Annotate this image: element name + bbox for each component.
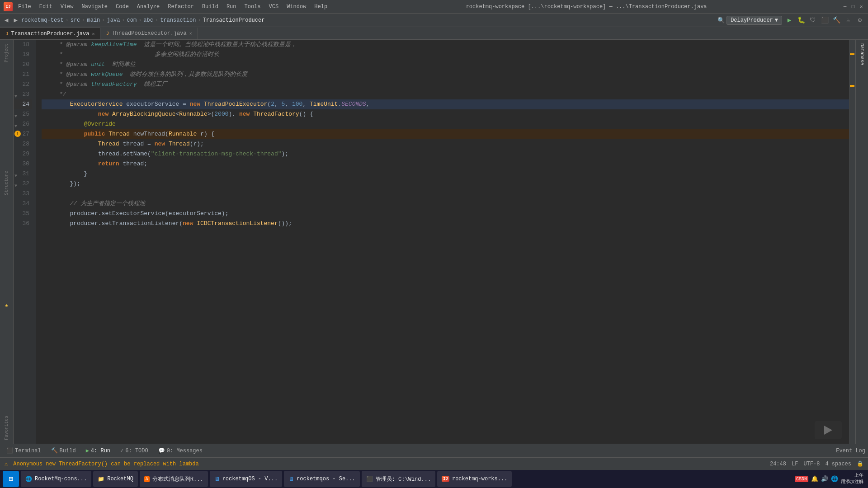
database-panel-button[interactable]: Database xyxy=(859,42,865,67)
breadcrumb: rocketmq-test › src › main › java › com … xyxy=(21,17,265,23)
code-container[interactable]: 18 19 20 21 22 ▼23 24 ▼25 ▼26 ! 27 28 29… xyxy=(14,40,855,444)
line-22: 22 xyxy=(14,80,32,89)
menu-help[interactable]: Help xyxy=(311,3,331,11)
breadcrumb-abc[interactable]: abc xyxy=(143,17,153,23)
code-area[interactable]: * @param keepAliveTime 这是一个时间。当线程池中线程数量大… xyxy=(36,40,849,444)
breadcrumb-class[interactable]: TransactionProducer xyxy=(203,17,265,23)
taskbar-app3[interactable]: A 分布式消息队列R... xyxy=(140,471,208,487)
tray-csdn-icon[interactable]: CSDN xyxy=(795,476,808,482)
sidebar-item-project[interactable]: Project xyxy=(3,42,10,64)
todo-label: 6: TODO xyxy=(125,448,148,454)
menu-file[interactable]: File xyxy=(14,3,35,11)
status-warning-icon: ⚠ xyxy=(5,460,8,467)
cursor-position: 24:48 xyxy=(770,461,786,467)
favorites-star-icon[interactable]: ★ xyxy=(5,301,8,309)
run-config-dropdown[interactable]: DelayProducer ▼ xyxy=(726,16,782,25)
line-26: ▼26 xyxy=(14,119,32,129)
encoding[interactable]: UTF-8 xyxy=(803,461,820,467)
run-icon: ▶ xyxy=(86,447,89,454)
breadcrumb-java[interactable]: java xyxy=(107,17,120,23)
minimize-button[interactable]: ─ xyxy=(842,4,848,10)
taskbar-intellij[interactable]: IJ rocketmq-works... xyxy=(437,471,512,487)
breadcrumb-src[interactable]: src xyxy=(71,17,80,23)
messages-label: 0: Messages xyxy=(167,448,203,454)
nav-bar: ◀ ▶ rocketmq-test › src › main › java › … xyxy=(0,14,868,27)
menu-window[interactable]: Window xyxy=(283,3,310,11)
app4-icon: 🖥 xyxy=(214,476,220,483)
breadcrumb-project[interactable]: rocketmq-test xyxy=(21,17,64,23)
messages-tab[interactable]: 💬 0: Messages xyxy=(155,446,206,455)
build-tab[interactable]: 🔨 Build xyxy=(47,446,80,455)
terminal-taskbar-icon: ⬛ xyxy=(366,476,373,483)
line-28: 28 xyxy=(14,139,32,149)
menu-view[interactable]: View xyxy=(57,3,77,11)
clock-time: 上午 xyxy=(841,473,863,479)
window-controls: ─ □ ✕ xyxy=(842,4,864,10)
code-line-35: producer.setExecutorService(executorServ… xyxy=(42,209,849,219)
tray-notification-icon[interactable]: 🔔 xyxy=(811,475,818,483)
dropdown-arrow-icon: ▼ xyxy=(775,17,778,23)
search-button[interactable]: 🔍 xyxy=(717,17,725,24)
menu-refactor[interactable]: Refactor xyxy=(164,3,198,11)
line-32: ▼32 xyxy=(14,179,32,189)
sidebar-item-favorites[interactable]: Favorites xyxy=(3,414,10,442)
menu-tools[interactable]: Tools xyxy=(241,3,264,11)
breadcrumb-transaction[interactable]: transaction xyxy=(160,17,196,23)
taskbar-explorer[interactable]: 📁 RocketMQ xyxy=(93,471,138,487)
run-with-coverage-button[interactable]: 🛡 xyxy=(807,15,818,26)
tab-threadpool-executor[interactable]: J ThreadPoolExecutor.java ✕ xyxy=(100,28,198,39)
settings-button[interactable]: ⚙ xyxy=(854,15,865,26)
menu-build[interactable]: Build xyxy=(198,3,222,11)
build-button[interactable]: 🔨 xyxy=(831,15,842,26)
scroll-marker-2 xyxy=(850,85,854,87)
tray-network-icon[interactable]: 🌐 xyxy=(831,475,838,483)
line-30: 30 xyxy=(14,159,32,169)
start-button[interactable]: ⊞ xyxy=(3,471,19,487)
run-tab[interactable]: ▶ 4: Run xyxy=(82,446,114,455)
code-line-28: Thread thread = new Thread(r); xyxy=(42,139,849,149)
tray-volume-icon[interactable]: 🔊 xyxy=(821,475,828,483)
taskbar-app4[interactable]: 🖥 rocketmqOS - V... xyxy=(210,471,282,487)
line-24: 24 xyxy=(14,99,32,109)
left-sidebar: Project Structure ★ Favorites xyxy=(0,40,14,444)
indent[interactable]: 4 spaces xyxy=(825,461,851,467)
tab-bar: J TransactionProducer.java ✕ J ThreadPoo… xyxy=(0,27,868,40)
tab-transaction-producer[interactable]: J TransactionProducer.java ✕ xyxy=(0,28,100,39)
menu-analyze[interactable]: Analyze xyxy=(133,3,163,11)
status-bar: ⚠ Anonymous new ThreadFactory() can be r… xyxy=(0,457,868,470)
breadcrumb-main[interactable]: main xyxy=(87,17,100,23)
app5-icon: 🖥 xyxy=(288,476,294,483)
terminal-tab[interactable]: ⬛ Terminal xyxy=(3,446,45,455)
taskbar-terminal[interactable]: ⬛ 管理员: C:\Wind... xyxy=(362,471,435,487)
tab-close-button[interactable]: ✕ xyxy=(92,31,94,37)
line-ending[interactable]: LF xyxy=(792,461,798,467)
stop-button[interactable]: ⬛ xyxy=(819,15,830,26)
scroll-gutter[interactable] xyxy=(849,40,855,444)
taskbar-app5-label: rocketmqos - Se... xyxy=(297,476,355,482)
forward-button[interactable]: ▶ xyxy=(12,15,19,25)
sdk-button[interactable]: ☕ xyxy=(843,15,854,26)
run-label: 4: Run xyxy=(91,448,110,454)
debug-button[interactable]: 🐛 xyxy=(796,15,807,26)
todo-tab[interactable]: ✓ 6: TODO xyxy=(117,446,152,455)
chrome-icon: 🌐 xyxy=(25,476,32,483)
run-button[interactable]: ▶ xyxy=(784,15,795,26)
event-log-button[interactable]: Event Log xyxy=(836,448,865,454)
sidebar-item-structure[interactable]: Structure xyxy=(3,169,10,197)
menu-navigate[interactable]: Navigate xyxy=(78,3,111,11)
menu-edit[interactable]: Edit xyxy=(36,3,56,11)
menu-code[interactable]: Code xyxy=(112,3,132,11)
back-button[interactable]: ◀ xyxy=(3,15,10,25)
inline-hint-panel xyxy=(815,421,842,439)
menu-run[interactable]: Run xyxy=(223,3,240,11)
taskbar-chrome[interactable]: 🌐 RocketMq-cons... xyxy=(21,471,91,487)
maximize-button[interactable]: □ xyxy=(850,4,856,10)
line-36: 36 xyxy=(14,219,32,229)
close-button[interactable]: ✕ xyxy=(858,4,864,10)
line-19: 19 xyxy=(14,50,32,60)
taskbar-app5[interactable]: 🖥 rocketmqos - Se... xyxy=(284,471,360,487)
taskbar-explorer-label: RocketMQ xyxy=(107,476,133,482)
breadcrumb-com[interactable]: com xyxy=(127,17,137,23)
menu-vcs[interactable]: VCS xyxy=(265,3,283,11)
tab-close-button-2[interactable]: ✕ xyxy=(189,31,192,36)
